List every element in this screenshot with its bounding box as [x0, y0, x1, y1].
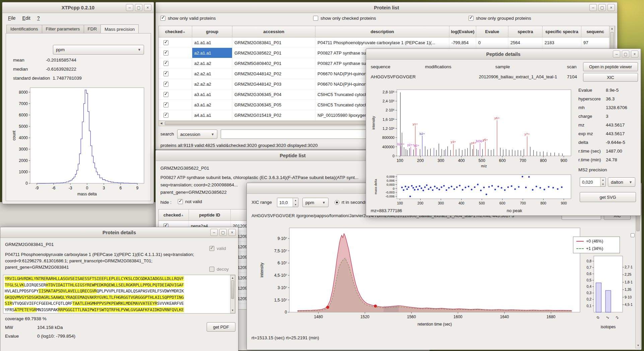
menu-item-?[interactable]: ?: [34, 14, 43, 22]
cell-accession[interactable]: GRMZM5G808402_P01: [232, 58, 315, 68]
maximize-button[interactable]: ▢: [135, 4, 142, 11]
minimize-button[interactable]: –: [210, 229, 218, 236]
column-header-evalue[interactable]: Evalue: [476, 26, 508, 37]
xic-unit-select[interactable]: ppm ▼: [302, 198, 329, 207]
series-1-line-icon: [576, 248, 584, 249]
precision-unit-select[interactable]: dalton ▼: [608, 177, 635, 187]
column-header-checked[interactable]: checked ▲: [159, 209, 189, 221]
cell-group[interactable]: a1.a1.a1: [192, 37, 232, 48]
svg-text:100: 100: [397, 158, 403, 163]
maximize-button[interactable]: ▢: [219, 229, 227, 236]
radio-button[interactable]: [335, 200, 339, 205]
sequence-scrollbar[interactable]: ▲ ▼: [230, 275, 235, 313]
search-field-select[interactable]: accession ▼: [177, 129, 217, 139]
checkbox[interactable]: [469, 16, 474, 21]
cell-group[interactable]: a2.a1.a2: [192, 58, 232, 68]
close-button[interactable]: ×: [631, 51, 638, 58]
menu-item-file[interactable]: File: [5, 14, 19, 22]
peptide-sequence-value: AHGGVSVFGGVGER: [371, 74, 416, 79]
row-checkbox[interactable]: [163, 71, 168, 76]
cell-log_evalue[interactable]: -799,854: [449, 37, 476, 48]
minimize-button[interactable]: –: [589, 4, 597, 11]
column-header-group[interactable]: group: [192, 26, 232, 37]
column-header-sequenc[interactable]: sequenc: [581, 26, 610, 37]
row-checkbox[interactable]: [163, 92, 168, 97]
row-checkbox[interactable]: [163, 40, 168, 45]
ms2-precision-spinner[interactable]: 0,020 ▲▼: [580, 177, 606, 187]
row-checkbox[interactable]: [163, 113, 168, 118]
titlebar[interactable]: XTPcpp 0.2.10 – ▢ ×: [2, 2, 154, 13]
maximize-button[interactable]: ▢: [598, 4, 606, 11]
cell-accession[interactable]: GRMZM2G306345_P05: [232, 100, 315, 110]
tab-fdr[interactable]: FDR: [84, 25, 101, 33]
cell-evalue[interactable]: 0: [476, 37, 508, 48]
row-checkbox[interactable]: [163, 102, 168, 107]
cell-accession[interactable]: GRMZM2G083841_P01: [232, 37, 315, 48]
spinner-arrows[interactable]: ▲▼: [293, 198, 298, 207]
checkbox[interactable]: [313, 16, 318, 21]
column-header-accession[interactable]: accession: [232, 26, 315, 37]
unit-select[interactable]: ppm ▼: [53, 45, 144, 55]
cell-sequence[interactable]: 97: [581, 37, 610, 48]
column-header-peptide-id[interactable]: peptide ID: [189, 209, 231, 221]
rt-in-seconds-radio[interactable]: rt in seconds: [335, 200, 367, 205]
filter-grouped-proteins[interactable]: show only grouped proteins: [469, 16, 531, 21]
cell-group[interactable]: a3.a1.a1: [192, 89, 232, 99]
filter-valid-proteins[interactable]: show only valid proteins: [160, 16, 216, 21]
column-header-specific-spectra[interactable]: specific spectra: [543, 26, 581, 37]
close-button[interactable]: ×: [228, 229, 236, 236]
cell-accession[interactable]: GRMZM2G385622_P01: [232, 48, 315, 58]
xic-vertical-scrollbar[interactable]: ▲ ▼: [635, 195, 641, 348]
column-header-checked[interactable]: checked ▲: [159, 26, 192, 37]
mass-delta-scatter-chart: 1002003004005006007008009000,0090,0060,0…: [369, 173, 574, 207]
filter-checked-proteins[interactable]: show only checked proteins: [313, 16, 376, 21]
protein-sequence-box[interactable]: YRVILGHVRDKLYNTRERARHLLASGVSEISAESSFTSIE…: [3, 275, 235, 314]
column-header-log-evalue-[interactable]: log(Evalue): [449, 26, 476, 37]
cell-accession[interactable]: GRMZM2G015419_P02: [232, 110, 315, 120]
titlebar[interactable]: Protein list – ▢ ×: [156, 2, 617, 13]
minimize-button[interactable]: –: [613, 51, 620, 58]
svg-text:200: 200: [418, 201, 424, 205]
row-checkbox[interactable]: [163, 61, 168, 66]
row-checkbox[interactable]: [163, 51, 168, 56]
open-peptide-viewer-button[interactable]: Open in peptide viewer: [583, 62, 638, 71]
menu-item-edit[interactable]: Edit: [19, 14, 33, 22]
cell-accession[interactable]: GRMZM2G448142_P02: [232, 69, 315, 79]
close-button[interactable]: ×: [607, 4, 615, 11]
spinner-arrows[interactable]: ▲▼: [600, 178, 605, 186]
isotope-legend-checkbox[interactable]: [631, 233, 635, 237]
cell-group[interactable]: a2.a2.a1: [192, 69, 232, 79]
window-title: Peptide details: [486, 52, 520, 57]
titlebar[interactable]: Protein details – ▢ ×: [0, 227, 238, 238]
hide-not-valid-filter[interactable]: not valid: [178, 199, 202, 204]
ms2-spectrum-chart: 1002003004005006007008009000400000800000…: [369, 84, 574, 172]
checkbox[interactable]: [160, 16, 165, 21]
checkbox[interactable]: [178, 199, 183, 204]
tab-identifications[interactable]: Identifications: [6, 25, 42, 33]
cell-accession[interactable]: GRMZM2G306345_P04: [232, 89, 315, 99]
column-header-description[interactable]: description: [315, 26, 449, 37]
cell-accession[interactable]: GRMZM2G448142_P03: [232, 79, 315, 89]
close-button[interactable]: ×: [144, 4, 151, 11]
get-pdf-button[interactable]: get PDF: [207, 322, 235, 332]
get-svg-button[interactable]: get SVG: [580, 192, 636, 202]
xic-button[interactable]: XIC: [583, 73, 638, 82]
cell-group[interactable]: a2.a2.a2: [192, 79, 232, 89]
table-row[interactable]: a1.a1.a1GRMZM2G083841_P01P04711 Phosphoe…: [159, 37, 615, 48]
svg-text:700: 700: [519, 158, 526, 163]
xic-range-spinner[interactable]: 10,0 ▲▼: [277, 198, 298, 207]
titlebar[interactable]: Peptide details – ▢ ×: [366, 49, 641, 60]
cell-specific_spectra[interactable]: 2183: [543, 37, 581, 48]
cell-spectra[interactable]: 2564: [508, 37, 543, 48]
column-header-spectra[interactable]: spectra: [508, 26, 543, 37]
row-checkbox[interactable]: [163, 82, 168, 87]
cell-description[interactable]: P04711 Phosphoenolpyruvate carboxylase 1…: [315, 37, 449, 48]
tab-mass-precision[interactable]: Mass precision: [100, 24, 139, 34]
cell-group[interactable]: a2.a1.a1: [192, 48, 232, 58]
cell-group[interactable]: a4.a1.a1: [192, 110, 232, 120]
maximize-button[interactable]: ▢: [622, 51, 629, 58]
tab-filter-parameters[interactable]: Filter parameters: [42, 25, 84, 33]
minimize-button[interactable]: –: [126, 4, 133, 11]
cell-group[interactable]: a3.a1.a2: [192, 100, 232, 110]
svg-text:600: 600: [499, 201, 505, 205]
